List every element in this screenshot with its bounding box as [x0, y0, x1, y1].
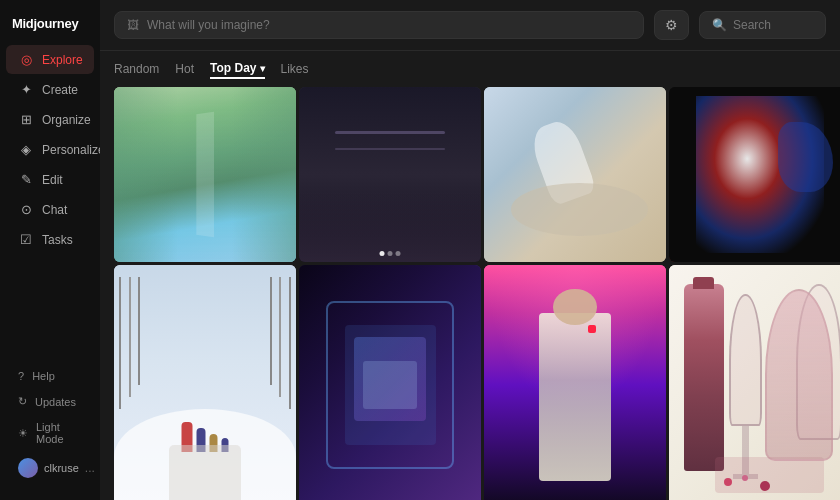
- sidebar-label-personalize: Personalize: [42, 143, 105, 157]
- personalize-icon: ◈: [18, 142, 34, 157]
- sidebar-item-personalize[interactable]: ◈ Personalize: [6, 135, 94, 164]
- create-icon: ✦: [18, 82, 34, 97]
- tab-likes[interactable]: Likes: [281, 60, 309, 78]
- header: 🖼 ⚙ 🔍: [100, 0, 840, 51]
- sidebar-label-tasks: Tasks: [42, 233, 73, 247]
- tab-hot[interactable]: Hot: [175, 60, 194, 78]
- image-splash[interactable]: [669, 87, 840, 262]
- user-menu-dots[interactable]: ...: [85, 461, 95, 475]
- search-icon: 🔍: [712, 18, 727, 32]
- image-man[interactable]: [484, 265, 666, 500]
- help-icon: ?: [18, 370, 24, 382]
- image-train[interactable]: [114, 87, 296, 262]
- image-search-icon: 🖼: [127, 18, 139, 32]
- sidebar-item-lightmode[interactable]: ☀ Light Mode: [6, 415, 94, 451]
- filter-icon: ⚙: [665, 17, 678, 33]
- secondary-search-input[interactable]: [733, 18, 813, 32]
- image-bottle[interactable]: [484, 87, 666, 262]
- sidebar-label-organize: Organize: [42, 113, 91, 127]
- sidebar-label-lightmode: Light Mode: [36, 421, 82, 445]
- chat-icon: ⊙: [18, 202, 34, 217]
- sidebar-item-updates[interactable]: ↻ Updates: [6, 389, 94, 414]
- app-logo: Midjourney: [0, 12, 100, 45]
- image-grid: [100, 87, 840, 500]
- tab-top-day-label: Top Day: [210, 61, 256, 75]
- lightmode-icon: ☀: [18, 427, 28, 440]
- sidebar-label-updates: Updates: [35, 396, 76, 408]
- tab-top-day[interactable]: Top Day ▾: [210, 59, 264, 79]
- filter-button[interactable]: ⚙: [654, 10, 689, 40]
- updates-icon: ↻: [18, 395, 27, 408]
- sidebar-item-chat[interactable]: ⊙ Chat: [6, 195, 94, 224]
- main-search-bar[interactable]: 🖼: [114, 11, 644, 39]
- username: clkruse: [44, 462, 79, 474]
- image-vr[interactable]: [299, 265, 481, 500]
- avatar: [18, 458, 38, 478]
- tasks-icon: ☑: [18, 232, 34, 247]
- sidebar-item-edit[interactable]: ✎ Edit: [6, 165, 94, 194]
- organize-icon: ⊞: [18, 112, 34, 127]
- edit-icon: ✎: [18, 172, 34, 187]
- sidebar-bottom: ? Help ↻ Updates ☀ Light Mode clkruse ..…: [0, 364, 100, 488]
- sidebar: Midjourney ◎ Explore ✦ Create ⊞ Organize…: [0, 0, 100, 500]
- sidebar-item-create[interactable]: ✦ Create: [6, 75, 94, 104]
- image-wine[interactable]: [669, 265, 840, 500]
- explore-icon: ◎: [18, 52, 34, 67]
- sidebar-label-help: Help: [32, 370, 55, 382]
- sidebar-label-explore: Explore: [42, 53, 83, 67]
- main-search-input[interactable]: [147, 18, 631, 32]
- sidebar-item-explore[interactable]: ◎ Explore: [6, 45, 94, 74]
- image-room[interactable]: [299, 87, 481, 262]
- chevron-down-icon: ▾: [260, 63, 265, 74]
- sidebar-label-create: Create: [42, 83, 78, 97]
- user-profile[interactable]: clkruse ...: [6, 452, 94, 484]
- sidebar-item-tasks[interactable]: ☑ Tasks: [6, 225, 94, 254]
- sidebar-label-chat: Chat: [42, 203, 67, 217]
- tab-random[interactable]: Random: [114, 60, 159, 78]
- sidebar-item-organize[interactable]: ⊞ Organize: [6, 105, 94, 134]
- sidebar-nav: ◎ Explore ✦ Create ⊞ Organize ◈ Personal…: [0, 45, 100, 364]
- image-winter[interactable]: [114, 265, 296, 500]
- sidebar-label-edit: Edit: [42, 173, 63, 187]
- sidebar-item-help[interactable]: ? Help: [6, 364, 94, 388]
- filter-tabs: Random Hot Top Day ▾ Likes: [100, 51, 840, 87]
- secondary-search-bar[interactable]: 🔍: [699, 11, 826, 39]
- main-content: 🖼 ⚙ 🔍 Random Hot Top Day ▾ Likes: [100, 0, 840, 500]
